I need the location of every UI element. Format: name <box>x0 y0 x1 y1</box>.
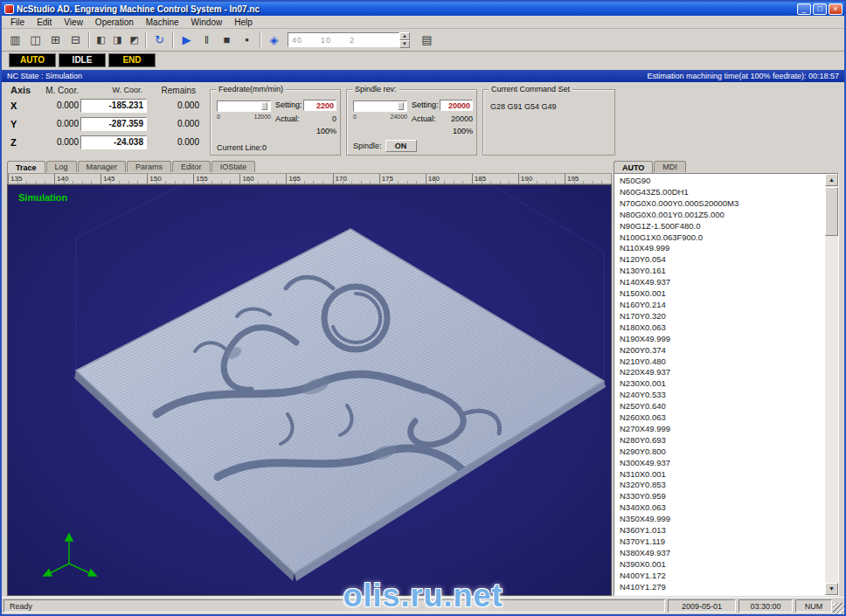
position-display[interactable]: 40 10 2 <box>288 32 399 47</box>
menu-item[interactable]: Edit <box>31 17 58 28</box>
tab-params[interactable]: Params <box>127 161 171 172</box>
scroll-thumb[interactable] <box>825 187 838 236</box>
pause-button[interactable]: ‖ <box>197 31 217 49</box>
ruler-label: 185 <box>472 174 518 183</box>
program-line: N230X0.001 <box>620 378 825 390</box>
open-file-button[interactable]: ▥ <box>5 31 25 49</box>
feedrate-scale: 0 12000 <box>217 114 271 120</box>
program-line: N90G1Z-1.500F480.0 <box>620 221 825 232</box>
program-line: N350X49.999 <box>620 514 825 525</box>
feedrate-percent: 100% <box>275 127 336 135</box>
coordinate-row: Z 0.000 -24.038 0.000 <box>7 133 205 151</box>
program-list[interactable]: N50G90N60G43Z5.00DH1N70G0X0.000Y0.000S20… <box>614 174 825 595</box>
tab-log[interactable]: Log <box>46 161 77 172</box>
mode-row: AUTO IDLE END <box>2 52 844 68</box>
menu-item[interactable]: View <box>58 17 89 28</box>
ruler-label: 195 <box>565 174 611 183</box>
mode-auto-button[interactable]: AUTO <box>9 53 56 67</box>
trace-ruler: 135140145150155160165170175180185190195 <box>7 173 612 184</box>
stop-button[interactable]: ■ <box>217 31 237 49</box>
program-line: N360Y1.013 <box>620 525 825 536</box>
spindle-percent: 100% <box>412 127 473 135</box>
axis-header: Axis <box>7 85 28 95</box>
jog-mode-button[interactable]: ◧ <box>93 31 109 49</box>
trace-view-canvas[interactable]: Simulation <box>7 184 612 596</box>
spindle-actual-value: 20000 <box>451 114 473 123</box>
minimize-button[interactable]: _ <box>797 3 811 15</box>
spinner-down-icon[interactable]: ▼ <box>399 40 410 48</box>
reset-button[interactable]: ▪ <box>237 31 257 49</box>
ruler-label: 175 <box>379 174 426 183</box>
cascade-windows-button[interactable]: ⊟ <box>66 31 86 49</box>
program-panel: N50G90N60G43Z5.00DH1N70G0X0.000Y0.000S20… <box>614 173 839 596</box>
tab-trace[interactable]: Trace <box>7 161 45 173</box>
program-line: N170Y0.320 <box>620 311 825 322</box>
step-mode-button[interactable]: ◨ <box>109 31 126 49</box>
file-info-button[interactable]: ▤ <box>417 31 437 49</box>
scroll-up-icon[interactable]: ▲ <box>825 174 838 186</box>
feedrate-setting-input[interactable]: 2200 <box>303 100 336 111</box>
feedrate-setting-label: Setting: <box>275 100 302 109</box>
remains-value: 0.000 <box>149 137 199 147</box>
tab-iostate[interactable]: IOState <box>212 161 256 172</box>
menu-item[interactable]: Machine <box>140 17 185 28</box>
spindle-actual-label: Actual: <box>412 114 436 123</box>
work-coordinate-value: -24.038 <box>80 135 147 149</box>
current-line-label: Current Line:0 <box>217 143 267 152</box>
spindle-on-button[interactable]: ON <box>385 140 417 152</box>
spinner-up-icon[interactable]: ▲ <box>399 32 410 40</box>
menu-item[interactable]: Operation <box>89 17 140 28</box>
nc-state-label: NC State : Simulation <box>7 72 82 80</box>
refresh-button[interactable]: ↻ <box>149 31 170 49</box>
program-line: N70G0X0.000Y0.000S20000M3 <box>620 198 825 210</box>
coordinate-header: Axis M. Coor. W. Coor. Remains <box>7 84 205 96</box>
mode-idle-button[interactable]: IDLE <box>59 53 106 67</box>
resize-grip[interactable] <box>833 603 844 614</box>
mode-end-button[interactable]: END <box>108 53 156 67</box>
goto-origin-button[interactable]: ◈ <box>264 31 284 49</box>
feedrate-scale-min: 0 <box>217 114 220 120</box>
tab-mdi-program[interactable]: MDI <box>654 161 686 172</box>
spindle-slider[interactable] <box>353 100 407 112</box>
start-button[interactable]: ▶ <box>177 31 197 49</box>
tile-windows-button[interactable]: ⊞ <box>45 31 66 49</box>
program-line: N260X0.063 <box>620 412 825 424</box>
menu-item[interactable]: File <box>4 17 31 28</box>
tab-manager[interactable]: Manager <box>78 161 127 172</box>
print-preview-button[interactable]: ◫ <box>25 31 45 49</box>
tab-auto-program[interactable]: AUTO <box>614 161 653 173</box>
program-line: N250Y0.640 <box>620 401 825 412</box>
position-spinner: ▲ ▼ <box>399 32 410 47</box>
close-button[interactable]: × <box>829 3 843 15</box>
ruler-label: 140 <box>54 174 101 183</box>
spindle-setting-input[interactable]: 20000 <box>440 100 473 111</box>
command-set-title: Current Command Set <box>489 85 572 93</box>
menu-item[interactable]: Window <box>185 17 229 28</box>
maximize-button[interactable]: □ <box>813 3 827 15</box>
feedrate-title: Feedrate(mm/min) <box>216 85 286 93</box>
coordinate-row: X 0.000 -185.231 0.000 <box>7 96 205 114</box>
coordinate-panel: Axis M. Coor. W. Coor. Remains X 0.000 -… <box>7 84 205 157</box>
feedrate-slider-thumb[interactable] <box>261 102 267 110</box>
tab-editor[interactable]: Editor <box>172 161 211 172</box>
program-line: N140X49.937 <box>620 277 825 288</box>
menu-item[interactable]: Help <box>228 17 259 28</box>
program-tabs: AUTO MDI <box>614 161 687 173</box>
program-line: N340X0.063 <box>620 502 825 514</box>
program-line: N180X0.063 <box>620 322 825 334</box>
scroll-down-icon[interactable]: ▼ <box>825 583 838 595</box>
handwheel-mode-button[interactable]: ◩ <box>126 31 142 49</box>
program-line: N100G1X0.063F900.0 <box>620 232 825 244</box>
ruler-label: 170 <box>333 174 379 183</box>
spindle-slider-thumb[interactable] <box>398 102 404 110</box>
program-line: N120Y0.054 <box>620 254 825 266</box>
program-line: N150X0.001 <box>620 288 825 300</box>
control-panel-area: Axis M. Coor. W. Coor. Remains X 0.000 -… <box>2 82 844 161</box>
program-line: N210Y0.480 <box>620 356 825 368</box>
feedrate-slider[interactable] <box>217 100 271 112</box>
program-line: N190X49.999 <box>620 334 825 345</box>
app-window: NcStudio AD. Engraving Machine Control S… <box>0 0 846 616</box>
status-ready: Ready <box>3 599 665 613</box>
program-scrollbar[interactable]: ▲ ▼ <box>825 174 838 595</box>
program-line: N280Y0.693 <box>620 435 825 446</box>
